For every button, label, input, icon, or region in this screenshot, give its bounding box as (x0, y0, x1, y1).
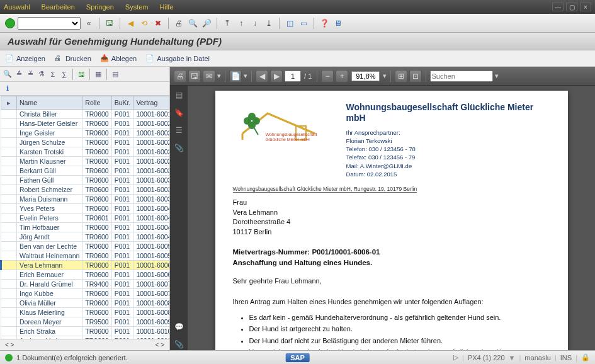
minimize-button[interactable]: — (552, 3, 564, 11)
data-grid[interactable]: ▸ Name Rolle BuKr. Vertrag Christa Bille… (0, 96, 169, 339)
left-pane: 🔍 ≙ ≚ ⚗ Σ ∑ 🖫 ▦ ▤ ℹ ▸ Name Rolle BuKr. (0, 67, 170, 350)
save-icon[interactable]: 🖫 (104, 18, 115, 29)
pdf-mail-icon[interactable]: ✉ (203, 70, 215, 82)
layout-grid-icon[interactable]: ▦ (93, 69, 103, 79)
close-button[interactable]: × (580, 3, 591, 11)
table-row[interactable]: Dr. Harald GrümelTR9400P00110001-6007-01 (1, 280, 170, 289)
help-icon[interactable]: ❓ (319, 18, 330, 29)
pdf-layers-icon[interactable]: ☰ (173, 125, 184, 136)
col-rolle[interactable]: Rolle (82, 96, 111, 110)
anzeigen-button[interactable]: 📄Anzeigen (5, 54, 45, 63)
table-row[interactable]: Erich StrakaTR0600P00110001-6010-01 (1, 327, 170, 336)
nav-back-icon[interactable]: « (83, 18, 94, 29)
window-controls: — ▢ × (552, 3, 591, 11)
pdf-clip-icon[interactable]: 📎 (173, 339, 184, 350)
table-row[interactable]: Berkant GüllTR0600P00110001-6003-01 (1, 166, 170, 176)
menu-system[interactable]: System (125, 3, 149, 11)
table-row[interactable]: Yves PetersTR0600P00110001-6004-01 (1, 204, 170, 213)
pdf-save-icon[interactable]: 🖫 (188, 70, 201, 82)
settings-icon[interactable]: 🖥 (332, 18, 344, 29)
table-row[interactable]: Waltraut HeinemannTR0600P00110001-6005-0… (1, 251, 170, 261)
table-row[interactable]: Inge GeislerTR0600P00110001-6002-01 (1, 128, 170, 138)
sortasc-icon[interactable]: ≙ (14, 69, 24, 79)
sum-icon[interactable]: Σ (48, 69, 58, 79)
pdf-zoomout-icon[interactable]: − (321, 70, 334, 82)
ablegen-button[interactable]: 📥Ablegen (100, 54, 137, 63)
pdf-zoomin-icon[interactable]: + (336, 70, 348, 82)
table-row[interactable]: Jörg ArndtTR0600P00110001-6004-03 (1, 232, 170, 242)
pdf-thumb-icon[interactable]: ▤ (173, 89, 184, 101)
pdf-comment-icon[interactable]: 💬 (173, 321, 184, 333)
pdf-print-icon[interactable]: 🖨 (174, 70, 186, 82)
detail-icon[interactable]: 🔍 (3, 69, 13, 79)
pdf-prev-icon[interactable]: ◀ (256, 70, 268, 82)
pdf-zoom-field[interactable]: 91,8% (351, 71, 380, 81)
table-row[interactable]: Erich BernauerTR0600P00110001-6006-02 (1, 270, 170, 280)
ok-icon[interactable] (5, 18, 15, 28)
find-icon[interactable]: 🔍 (187, 18, 198, 29)
table-row[interactable]: Robert SchmelzerTR0600P00110001-6003-02 (1, 185, 170, 195)
firstpage-icon[interactable]: ⤒ (222, 18, 233, 29)
pdf-pageview-icon[interactable]: 📄 (229, 70, 242, 82)
maximize-button[interactable]: ▢ (566, 3, 577, 11)
svg-line-6 (254, 127, 258, 135)
back-icon[interactable]: ◀ (125, 18, 136, 29)
table-row[interactable]: Jürgen SchulzeTR0600P00110001-6002-02 (1, 138, 170, 147)
layout-icon[interactable]: ▭ (298, 18, 309, 29)
table-row[interactable]: Olivia MüllerTR0600P00110001-6008-01 (1, 299, 170, 308)
menu-bearbeiten[interactable]: Bearbeiten (42, 3, 75, 11)
table-row[interactable]: Doreen MeyerTR9500P00110001-6009-01 (1, 317, 170, 327)
status-ok-icon (5, 354, 13, 361)
pdf-sidebar: ▤ 🔖 ☰ 📎 💬 📎 (170, 86, 188, 350)
status-nav[interactable]: ▷ (453, 353, 458, 361)
table-row[interactable]: Maria DuismannTR0600P00110001-6003-03 (1, 195, 170, 204)
table-row[interactable]: Ingo KubbeTR0600P00110001-6007-02 (1, 289, 170, 299)
pdf-search-field[interactable] (430, 71, 493, 82)
table-row[interactable]: Tim HofbauerTR0600P00110001-6004-02 (1, 223, 170, 232)
menu-hilfe[interactable]: Hilfe (160, 3, 174, 11)
menu-springen[interactable]: Springen (86, 3, 114, 11)
lastpage-icon[interactable]: ⤓ (263, 18, 275, 29)
table-row[interactable]: Klaus MeierlingTR0600P00110001-6008-02 (1, 308, 170, 317)
export-icon[interactable]: 🖫 (76, 69, 86, 79)
table-row[interactable]: Evelin PetersTR0601P00110001-6004-01 (1, 213, 170, 223)
nextpage-icon[interactable]: ↓ (249, 18, 261, 29)
newwindow-icon[interactable]: ◫ (284, 18, 295, 29)
table-row[interactable]: Fäthen GüllTR0600P00110001-6003-01 (1, 176, 170, 185)
table-row[interactable]: Karsten TrotskiTR0600P00110001-6002-03 (1, 147, 170, 157)
menu-auswahl[interactable]: Auswahl (4, 3, 30, 11)
subtotal-icon[interactable]: ∑ (59, 69, 69, 79)
pdf-attach-icon[interactable]: 📎 (173, 142, 184, 154)
drucken-button[interactable]: 🖨Drucken (54, 54, 91, 63)
table-row[interactable]: Vera LehmannTR0600P00110001-6006-01 (1, 261, 170, 270)
ausgabe-button[interactable]: 📄Ausgabe in Datei (145, 54, 210, 63)
table-row[interactable]: Hans-Dieter GeislerTR0600P00110001-6002-… (1, 119, 170, 128)
pdf-bookmark-icon[interactable]: 🔖 (173, 107, 184, 118)
filter-icon[interactable]: ⚗ (37, 69, 47, 79)
table-row[interactable]: Ben van der LechteTR0600P00110001-6005-0… (1, 242, 170, 251)
table-row[interactable]: Christa BillerTR0600P00110001-6001-01 (1, 110, 170, 119)
recipient-address: Frau Vera Lehmann Dorotheenstraße 4 1011… (233, 198, 550, 237)
exit-icon[interactable]: ⟲ (139, 18, 150, 29)
status-lock-icon: 🔒 (581, 353, 590, 361)
findnext-icon[interactable]: 🔎 (201, 18, 212, 29)
sender-line: Wohnungsbaugesellschaft Glückliche Miete… (233, 186, 417, 193)
command-field[interactable] (18, 17, 81, 30)
col-name[interactable]: Name (17, 96, 82, 110)
pdf-tool1-icon[interactable]: ⊞ (395, 70, 407, 82)
sortdesc-icon[interactable]: ≚ (25, 69, 35, 79)
print-icon[interactable]: 🖨 (173, 18, 184, 29)
col-bukr[interactable]: BuKr. (111, 96, 133, 110)
expand-icon[interactable]: ▤ (110, 69, 120, 79)
pdf-next-icon[interactable]: ▶ (270, 70, 283, 82)
info-icon[interactable]: ℹ (3, 84, 13, 94)
pdf-tool2-icon[interactable]: ⊡ (409, 70, 422, 82)
grid-hscroll[interactable]: < >< > (0, 339, 169, 350)
action-toolbar: 📄Anzeigen 🖨Drucken 📥Ablegen 📄Ausgabe in … (0, 50, 595, 67)
pdf-page-area[interactable]: Wohnungsbaugesellschaft Glückliche Miete… (188, 86, 595, 350)
pdf-page-field[interactable] (285, 71, 301, 82)
cancel-icon[interactable]: ✖ (152, 18, 164, 29)
table-row[interactable]: Martin KlausnerTR0600P00110001-6002-04 (1, 157, 170, 166)
prevpage-icon[interactable]: ↑ (235, 18, 247, 29)
col-vertrag[interactable]: Vertrag (133, 96, 169, 110)
